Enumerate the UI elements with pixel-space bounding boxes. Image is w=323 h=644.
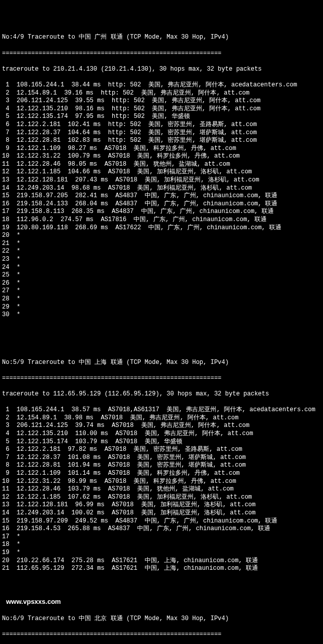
block5-separator: ========================================… bbox=[2, 375, 321, 383]
hop-row: 15 219.158.97.205 282.41 ms AS4837 中国, 广… bbox=[2, 192, 321, 200]
hop-row: 27 * bbox=[2, 287, 321, 295]
hop-row: 25 * bbox=[2, 271, 321, 280]
block4-direction: traceroute to 210.21.4.130 (210.21.4.130… bbox=[2, 66, 321, 74]
watermark-text: www.vpsxxs.com bbox=[2, 597, 321, 607]
hop-row: 20 * bbox=[2, 232, 321, 240]
hop-row: 2 12.154.89.1 38.98 ms AS7018 美国, 弗吉尼亚州,… bbox=[2, 414, 321, 422]
hop-row: 13 12.122.128.181 207.43 ms AS7018 美国, 加… bbox=[2, 176, 321, 185]
hop-row: 1 108.165.244.1 38.57 ms AS7018,AS61317 … bbox=[2, 406, 321, 414]
block5-hops: 1 108.165.244.1 38.57 ms AS7018,AS61317 … bbox=[2, 406, 321, 572]
terminal-output[interactable]: No:4/9 Traceroute to 中国 广州 联通 (TCP Mode,… bbox=[2, 26, 321, 644]
hop-row: 14 12.249.203.14 100.02 ms AS7018 美国, 加利… bbox=[2, 509, 321, 517]
hop-row: 19 120.80.169.118 268.69 ms AS17622 中国, … bbox=[2, 224, 321, 232]
hop-row: 18 * bbox=[2, 541, 321, 549]
hop-row: 19 * bbox=[2, 549, 321, 557]
hop-row: 10 12.122.31.22 100.79 ms AS7018 美国, 科罗拉… bbox=[2, 152, 321, 161]
hop-row: 9 12.122.1.109 98.27 ms AS7018 美国, 科罗拉多州… bbox=[2, 145, 321, 153]
hop-row: 17 * bbox=[2, 533, 321, 541]
hop-row: 12 12.122.1.185 104.66 ms AS7018 美国, 加利福… bbox=[2, 168, 321, 176]
hop-row: 28 * bbox=[2, 295, 321, 303]
hop-row: 24 * bbox=[2, 264, 321, 272]
blank-line bbox=[2, 327, 321, 335]
blank-line bbox=[2, 343, 321, 351]
hop-row: 16 219.158.4.53 265.88 ms AS4837 中国, 广东,… bbox=[2, 525, 321, 533]
block4-hops: 1 108.165.244.1 38.44 ms http: 502 美国, 弗… bbox=[2, 81, 321, 319]
hop-row: 4 12.122.135.210 98.16 ms http: 502 美国, … bbox=[2, 105, 321, 113]
hop-row: 12 12.122.1.185 107.62 ms AS7018 美国, 加利福… bbox=[2, 494, 321, 502]
hop-row: 23 * bbox=[2, 256, 321, 264]
hop-row: 11 12.122.28.46 98.05 ms AS7018 美国, 犹他州,… bbox=[2, 161, 321, 169]
hop-row: 11 12.122.28.46 103.79 ms AS7018 美国, 犹他州… bbox=[2, 485, 321, 494]
hop-row: 13 12.122.128.181 96.99 ms AS7018 美国, 加利… bbox=[2, 501, 321, 509]
hop-row: 7 12.122.28.37 104.64 ms http: 502 美国, 密… bbox=[2, 129, 321, 137]
hop-row: 2 12.154.89.1 39.16 ms http: 502 美国, 弗吉尼… bbox=[2, 89, 321, 98]
hop-row: 8 12.122.28.81 101.94 ms AS7018 美国, 密苏里州… bbox=[2, 462, 321, 470]
hop-row: 15 219.158.97.209 249.52 ms AS4837 中国, 广… bbox=[2, 517, 321, 526]
hop-row: 6 12.122.2.181 97.82 ms AS7018 美国, 密苏里州,… bbox=[2, 446, 321, 454]
hop-row: 14 12.249.203.14 98.68 ms AS7018 美国, 加利福… bbox=[2, 185, 321, 193]
hop-row: 22 * bbox=[2, 248, 321, 256]
block5-direction: traceroute to 112.65.95.129 (112.65.95.1… bbox=[2, 390, 321, 398]
hop-row: 10 12.122.31.22 98.99 ms AS7018 美国, 科罗拉多… bbox=[2, 478, 321, 486]
block4-header: No:4/9 Traceroute to 中国 广州 联通 (TCP Mode,… bbox=[2, 34, 321, 42]
hop-row: 7 12.122.28.37 101.08 ms AS7018 美国, 密苏里州… bbox=[2, 454, 321, 462]
hop-row: 1 108.165.244.1 38.44 ms http: 502 美国, 弗… bbox=[2, 81, 321, 89]
hop-row: 5 12.122.135.174 97.95 ms http: 502 美国, … bbox=[2, 113, 321, 121]
hop-row: 17 219.158.8.113 268.35 ms AS4837 中国, 广东… bbox=[2, 208, 321, 216]
hop-row: 21 112.65.95.129 272.34 ms AS17621 中国, 上… bbox=[2, 565, 321, 573]
block4-separator: ========================================… bbox=[2, 50, 321, 58]
hop-row: 6 12.122.2.181 102.41 ms http: 502 美国, 密… bbox=[2, 121, 321, 129]
hop-row: 20 210.22.66.174 275.28 ms AS17621 中国, 上… bbox=[2, 557, 321, 565]
hop-row: 3 206.121.24.125 39.74 ms AS7018 美国, 弗吉尼… bbox=[2, 422, 321, 430]
blank-line bbox=[2, 580, 321, 589]
hop-row: 5 12.122.135.174 103.79 ms AS7018 美国, 华盛… bbox=[2, 438, 321, 446]
hop-row: 9 12.122.1.109 101.14 ms AS7018 美国, 科罗拉多… bbox=[2, 470, 321, 478]
hop-row: 29 * bbox=[2, 303, 321, 312]
hop-row: 26 * bbox=[2, 280, 321, 288]
hop-row: 21 * bbox=[2, 240, 321, 248]
hop-row: 16 219.158.24.133 268.04 ms AS4837 中国, 广… bbox=[2, 200, 321, 208]
block5-header: No:5/9 Traceroute to 中国 上海 联通 (TCP Mode,… bbox=[2, 359, 321, 367]
hop-row: 18 112.96.0.2 274.57 ms AS17816 中国, 广东, … bbox=[2, 216, 321, 224]
hop-row: 4 12.122.135.210 110.00 ms AS7018 美国, 弗吉… bbox=[2, 430, 321, 438]
hop-row: 3 206.121.24.125 39.55 ms http: 502 美国, … bbox=[2, 97, 321, 105]
hop-row: 8 12.122.28.81 102.83 ms http: 502 美国, 密… bbox=[2, 137, 321, 145]
block6-separator: ========================================… bbox=[2, 631, 321, 639]
hop-row: 30 * bbox=[2, 311, 321, 319]
block6-header: No:6/9 Traceroute to 中国 北京 联通 (TCP Mode,… bbox=[2, 615, 321, 623]
